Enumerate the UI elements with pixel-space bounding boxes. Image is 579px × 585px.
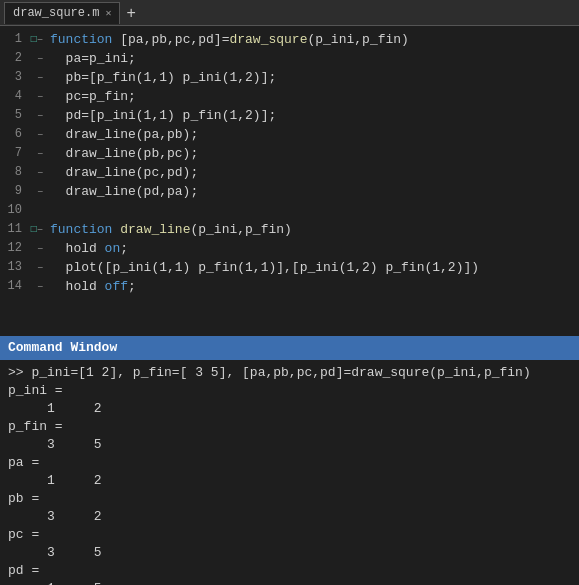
tab-bar: draw_squre.m ✕ + [0, 0, 579, 26]
cmd-output-line: 1 5 [8, 580, 571, 585]
cmd-output-line: pc = [8, 526, 571, 544]
line-number: 9 [0, 182, 28, 201]
line-number: 5 [0, 106, 28, 125]
code-line: draw_line(pd,pa); [50, 182, 579, 201]
gutter: □– – – – – – – – – □– – – – [28, 26, 46, 336]
code-line: draw_line(pb,pc); [50, 144, 579, 163]
line-number: 3 [0, 68, 28, 87]
line-number: 4 [0, 87, 28, 106]
code-line: function draw_line(p_ini,p_fin) [50, 220, 579, 239]
code-line: draw_line(pc,pd); [50, 163, 579, 182]
gutter-cell: – [28, 87, 46, 106]
line-number: 14 [0, 277, 28, 296]
line-number: 12 [0, 239, 28, 258]
cmd-output-line: 3 5 [8, 436, 571, 454]
line-number: 8 [0, 163, 28, 182]
cmd-output-line: 3 5 [8, 544, 571, 562]
line-number: 11 [0, 220, 28, 239]
cmd-output-line: 1 2 [8, 400, 571, 418]
line-number: 1 [0, 30, 28, 49]
code-editor: 1234567891011121314 □– – – – – – – – – □… [0, 26, 579, 336]
cmd-output-line: p_ini = [8, 382, 571, 400]
code-line: pb=[p_fin(1,1) p_ini(1,2)]; [50, 68, 579, 87]
gutter-cell: – [28, 239, 46, 258]
code-line: plot([p_ini(1,1) p_fin(1,1)],[p_ini(1,2)… [50, 258, 579, 277]
line-numbers: 1234567891011121314 [0, 26, 28, 336]
new-tab-button[interactable]: + [120, 5, 141, 21]
cmd-prompt-line: >> p_ini=[1 2], p_fin=[ 3 5], [pa,pb,pc,… [8, 364, 571, 382]
gutter-cell: □– [28, 30, 46, 49]
gutter-cell: – [28, 106, 46, 125]
gutter-cell: – [28, 163, 46, 182]
line-number: 10 [0, 201, 28, 220]
cmd-output-line: pa = [8, 454, 571, 472]
code-line: function [pa,pb,pc,pd]=draw_squre(p_ini,… [50, 30, 579, 49]
cmd-output-line: 3 2 [8, 508, 571, 526]
code-line: pa=p_ini; [50, 49, 579, 68]
cmd-output-line: p_fin = [8, 418, 571, 436]
tab-label: draw_squre.m [13, 6, 99, 20]
code-content[interactable]: function [pa,pb,pc,pd]=draw_squre(p_ini,… [46, 26, 579, 336]
tab-close-icon[interactable]: ✕ [105, 7, 111, 19]
command-window-title: Command Window [8, 340, 117, 355]
code-line: draw_line(pa,pb); [50, 125, 579, 144]
code-line [50, 201, 579, 220]
code-line: hold on; [50, 239, 579, 258]
line-number: 7 [0, 144, 28, 163]
code-line: pc=p_fin; [50, 87, 579, 106]
gutter-cell: – [28, 125, 46, 144]
cmd-output-line: 1 2 [8, 472, 571, 490]
gutter-cell: – [28, 258, 46, 277]
editor-tab[interactable]: draw_squre.m ✕ [4, 2, 120, 24]
gutter-cell: – [28, 68, 46, 87]
line-number: 2 [0, 49, 28, 68]
gutter-cell [28, 201, 46, 220]
gutter-cell: □– [28, 220, 46, 239]
gutter-cell: – [28, 277, 46, 296]
cmd-output-line: pb = [8, 490, 571, 508]
gutter-cell: – [28, 182, 46, 201]
command-window-header: Command Window [0, 336, 579, 360]
code-line: pd=[p_ini(1,1) p_fin(1,2)]; [50, 106, 579, 125]
gutter-cell: – [28, 49, 46, 68]
line-number: 6 [0, 125, 28, 144]
gutter-cell: – [28, 144, 46, 163]
code-line: hold off; [50, 277, 579, 296]
line-number: 13 [0, 258, 28, 277]
command-window-body[interactable]: >> p_ini=[1 2], p_fin=[ 3 5], [pa,pb,pc,… [0, 360, 579, 585]
cmd-output-line: pd = [8, 562, 571, 580]
